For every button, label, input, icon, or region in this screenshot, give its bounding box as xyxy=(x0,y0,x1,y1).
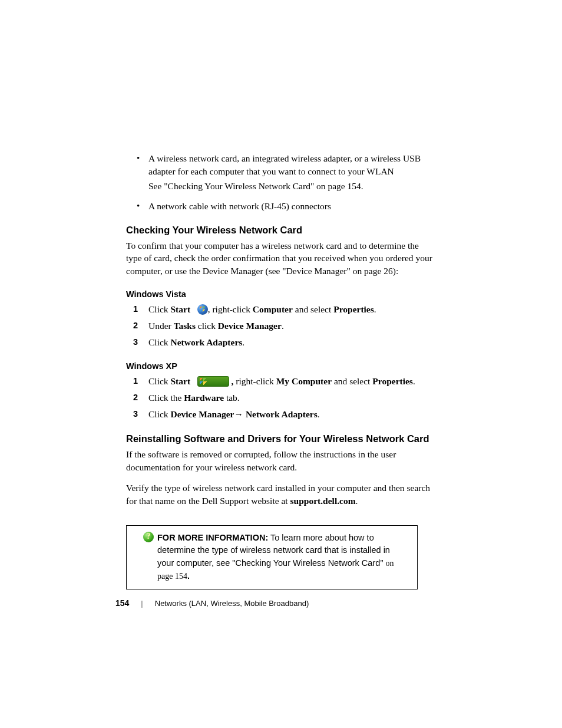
step: Click the Hardware tab. xyxy=(126,391,435,405)
text-bold: Computer xyxy=(253,304,293,314)
text: click xyxy=(196,321,218,331)
text-bold: Network Adapters xyxy=(246,409,318,419)
text-bold: Properties xyxy=(333,304,374,314)
step: Click Start , right-click Computer and s… xyxy=(126,302,435,317)
text: and select xyxy=(293,304,333,314)
text: See "Checking Your Wireless Network Card… xyxy=(148,181,363,191)
text: adapter for each computer that you want … xyxy=(148,166,394,176)
step: Click Start , right-click My Computer an… xyxy=(126,374,435,388)
text: and select xyxy=(332,376,372,386)
text-bold: Network Adapters xyxy=(170,337,242,347)
question-icon: ? xyxy=(143,532,154,542)
text: A wireless network card, an integrated w… xyxy=(148,153,421,163)
paragraph: If the software is removed or corrupted,… xyxy=(126,448,435,473)
vista-steps: Click Start , right-click Computer and s… xyxy=(126,302,435,350)
heading-reinstall: Reinstalling Software and Drivers for Yo… xyxy=(126,433,435,444)
requirements-list: A wireless network card, an integrated w… xyxy=(126,152,435,213)
chapter-title: Networks (LAN, Wireless, Mobile Broadban… xyxy=(155,599,309,608)
text: Click xyxy=(148,304,170,314)
page-footer: 154 | Networks (LAN, Wireless, Mobile Br… xyxy=(115,598,309,608)
step: Click Network Adapters. xyxy=(126,335,435,350)
list-item: A wireless network card, an integrated w… xyxy=(126,152,435,193)
heading-checking: Checking Your Wireless Network Card xyxy=(126,225,435,236)
separator: | xyxy=(141,599,143,608)
text: , right-click xyxy=(208,304,253,314)
paragraph: To confirm that your computer has a wire… xyxy=(126,239,435,278)
text: Click the xyxy=(148,393,184,403)
text: A network cable with network (RJ-45) con… xyxy=(148,201,331,211)
page-number: 154 xyxy=(115,598,129,608)
text-bold: Start xyxy=(170,376,190,386)
text: Click xyxy=(148,337,170,347)
text-bold: Tasks xyxy=(174,321,196,331)
text: right-click xyxy=(233,376,276,386)
page-content: A wireless network card, an integrated w… xyxy=(126,152,435,589)
start-button-icon xyxy=(193,376,232,386)
link-text: support.dell.com xyxy=(290,496,356,506)
text: . xyxy=(242,337,244,347)
text: . xyxy=(413,376,415,386)
text-bold: Device Manager xyxy=(170,409,234,419)
heading-xp: Windows XP xyxy=(126,361,435,371)
text: tab. xyxy=(224,393,240,403)
heading-vista: Windows Vista xyxy=(126,289,435,299)
info-box: ? FOR MORE INFORMATION: To learn more ab… xyxy=(126,525,418,589)
text: Click xyxy=(148,376,170,386)
text-bold: My Computer xyxy=(276,376,332,386)
text-bold: Start xyxy=(170,304,190,314)
text: . xyxy=(318,409,320,419)
arrow-icon: → xyxy=(234,409,246,419)
xp-steps: Click Start , right-click My Computer an… xyxy=(126,374,435,421)
step: Under Tasks click Device Manager. xyxy=(126,319,435,333)
step: Click Device Manager→ Network Adapters. xyxy=(126,407,435,421)
text-bold: Device Manager xyxy=(218,321,282,331)
text-bold: Properties xyxy=(372,376,413,386)
text: . xyxy=(374,304,376,314)
text-bold: Hardware xyxy=(184,393,224,403)
paragraph: Verify the type of wireless network card… xyxy=(126,482,435,507)
list-item: A network cable with network (RJ-45) con… xyxy=(126,200,435,213)
start-orb-icon xyxy=(193,304,208,314)
text: . xyxy=(282,321,284,331)
text: . xyxy=(356,496,358,506)
info-label: FOR MORE INFORMATION: xyxy=(157,533,268,542)
text: Under xyxy=(148,321,174,331)
text: Click xyxy=(148,409,170,419)
text: . xyxy=(187,571,190,581)
text: Verify the type of wireless network card… xyxy=(126,483,430,506)
